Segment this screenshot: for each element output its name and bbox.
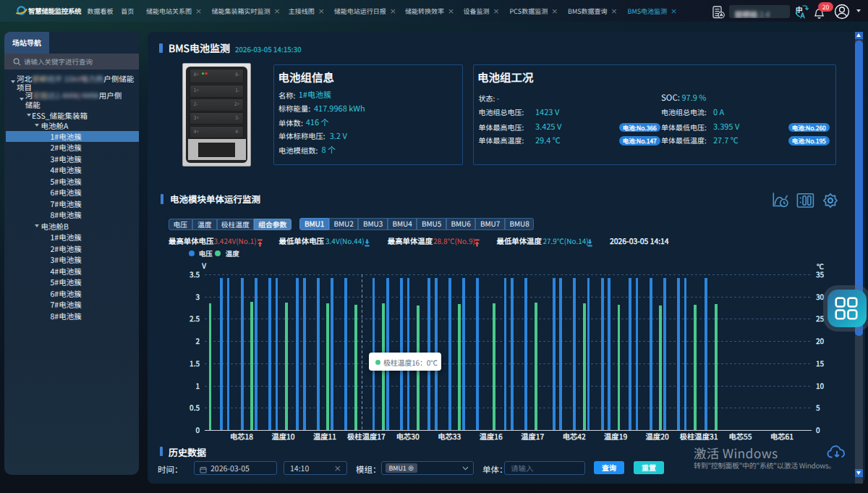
svg-text:15: 15 xyxy=(816,358,825,368)
svg-text:极柱温度17: 极柱温度17 xyxy=(347,431,386,441)
svg-text:1: 1 xyxy=(195,380,200,391)
svg-text:0: 0 xyxy=(816,424,820,435)
svg-text:V: V xyxy=(201,261,207,271)
svg-text:℃: ℃ xyxy=(817,261,824,271)
svg-text:电芯61: 电芯61 xyxy=(770,431,793,441)
svg-text:0: 0 xyxy=(195,424,200,435)
svg-text:2: 2 xyxy=(195,335,200,346)
svg-text:温度16: 温度16 xyxy=(480,431,503,441)
svg-text:电芯33: 电芯33 xyxy=(438,431,461,441)
svg-text:温度19: 温度19 xyxy=(604,431,627,441)
svg-text:温度11: 温度11 xyxy=(313,431,336,441)
svg-text:电芯30: 电芯30 xyxy=(396,431,420,441)
svg-text:电芯55: 电芯55 xyxy=(728,431,752,441)
svg-text:30: 30 xyxy=(816,291,825,302)
svg-text:5: 5 xyxy=(815,402,820,413)
svg-text:电芯18: 电芯18 xyxy=(230,431,253,441)
svg-text:10: 10 xyxy=(816,380,825,391)
svg-text:1.5: 1.5 xyxy=(190,358,200,368)
svg-text:极柱温度31: 极柱温度31 xyxy=(680,431,718,441)
svg-text:25: 25 xyxy=(816,313,825,324)
svg-text:20: 20 xyxy=(816,335,825,346)
svg-text:温度20: 温度20 xyxy=(646,431,669,441)
svg-text:电芯42: 电芯42 xyxy=(563,431,586,441)
svg-text:温度17: 温度17 xyxy=(521,431,544,441)
svg-text:温度10: 温度10 xyxy=(271,431,294,441)
svg-text:0.5: 0.5 xyxy=(190,402,200,413)
svg-text:3.5: 3.5 xyxy=(190,269,200,279)
svg-text:3: 3 xyxy=(195,291,200,302)
svg-text:2.5: 2.5 xyxy=(190,313,200,324)
